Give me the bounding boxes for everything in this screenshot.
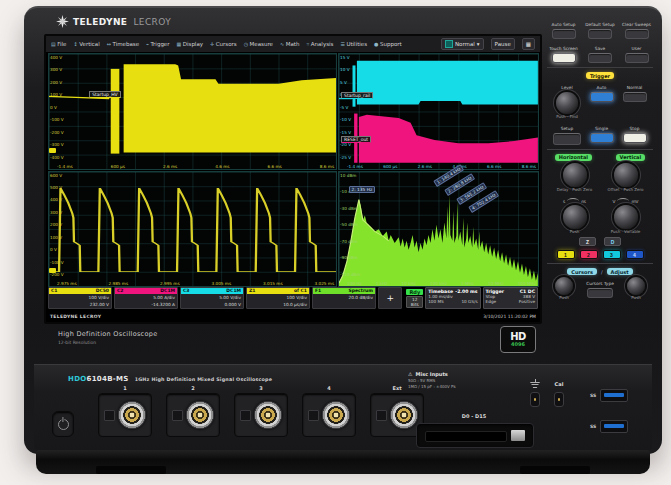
probus-connector [308,410,319,421]
product-photo: TELEDYNELECROY ▤File ↕Vertical ↔Timebase… [0,0,671,485]
panel-button-label: Auto Setup [552,18,576,28]
channel-input: 2 [166,385,220,437]
grid-layout-button[interactable]: ▦ [522,38,535,50]
cursors-type-button[interactable] [587,288,613,298]
display-mode-dropdown[interactable]: Normal▾ [441,38,484,50]
menu-item[interactable]: ✛Cursors [210,41,237,47]
panel-divider [547,149,653,150]
trace-descriptor[interactable]: F1Spectrum 20.0 dB/div [312,287,376,309]
trigger-single-button[interactable] [590,133,614,143]
scope-subtitle: 12-bit Resolution [58,340,157,345]
auto-label: Auto [597,81,607,91]
hd4096-label: 4096 [511,342,525,347]
nanoseconds-label: ns [581,199,586,204]
adjust-knob[interactable] [627,277,645,295]
push-caption: Push [631,296,641,301]
channel-button[interactable]: 4 [626,250,644,259]
menu-item[interactable]: ☰Utilities [340,41,367,47]
c1-waveform [49,54,336,169]
quadrant-c1-startup: Startup_HV 400 V300 V200 V100 V0 V-100 V… [48,53,337,170]
menu-item[interactable]: ▤File [51,41,66,47]
timebase-summary[interactable]: Timebase-2.00 ms 1.00 ms/div 100 MS10 GS… [425,287,480,309]
channel-button[interactable]: 2 [580,250,598,259]
pause-label: Pause [495,41,511,47]
waveform-grid-area: Startup_HV 400 V300 V200 V100 V0 V-100 V… [48,53,538,286]
bnc-input-strip: 1 2 [98,385,424,437]
menu-item[interactable]: ∿Math [280,41,299,47]
quadrant-fft-f1: 2: 135 Hz1: 140.4 kHz2: 280.8 kHz3: 565.… [338,171,539,288]
vertical-section-label: Vertical [616,154,646,161]
menu-item[interactable]: ⌁Trigger [146,41,169,47]
panel-button[interactable] [625,29,649,39]
zoom-button[interactable]: Z [579,237,596,246]
volts-label: V [612,199,615,204]
trigger-summary[interactable]: TriggerC1 DC Stop388 V EdgePositive [483,287,538,309]
hd4096-badge: HD 4096 [500,326,536,353]
level-label: Level [561,81,572,91]
push-find-caption: Push - Find [556,115,578,120]
trace-descriptor[interactable]: Z1of C1 100 V/div 10.0 µs/div [246,287,310,309]
trigger-auto-button[interactable] [590,92,614,102]
trace-label-c2[interactable]: RESET_out [341,136,371,143]
menu-item[interactable]: ◷Measure [244,41,273,47]
misc-spec-line2: 1MΩ / 15 pF : ±400V Pk [408,384,456,389]
menu-item[interactable]: ●Support [374,41,402,47]
usb-ports: SS SS [590,389,628,433]
quadrant-c2-c3: Startup_rail RESET_out 15 V10 V5 V0 V-5 … [338,53,539,170]
panel-button-cell: Clear Sweeps [620,18,653,39]
trace-offset: 0.000 V [181,301,243,308]
usb-ss-label: SS [590,424,596,429]
trigger-section-label: Trigger [586,72,614,79]
trace-label-c3[interactable]: Startup_rail [341,92,373,99]
trace-descriptor[interactable]: C1DC50 100 V/div 232.00 V [48,287,112,309]
add-trace-button[interactable]: + [378,287,402,309]
panel-button-label: User [632,42,642,52]
menu-item[interactable]: ▦Display [177,41,204,47]
panel-button-label: Default Setup [585,18,615,28]
panel-button[interactable] [552,29,576,39]
bnc-module [98,393,152,437]
panel-button[interactable] [588,29,612,39]
volts-per-div-knob[interactable] [614,205,638,229]
cal-label: Cal [555,379,564,388]
menu-item-icon: ⌗ [306,41,309,48]
cursors-knob[interactable] [555,277,573,295]
channel-button[interactable]: 1 [557,250,575,259]
trigger-normal-button[interactable] [623,92,647,102]
c1-ground-marker [49,148,56,153]
menu-item-label: Cursors [216,41,237,47]
timebase-samples: 100 MS [428,299,444,304]
panel-button[interactable] [552,53,576,63]
menu-item-label: Analysis [311,41,334,47]
panel-button-cell: Auto Setup [547,18,580,39]
trace-scale: 100 V/div [49,294,111,301]
trace-scale: 100 V/div [247,294,309,301]
digital-button[interactable]: D [604,237,621,246]
quadrant-zoom-z1: 600 V500 V400 V300 V200 V100 V0 V-100 V-… [48,171,337,288]
vertical-offset-knob[interactable] [614,163,638,187]
time-per-div-knob[interactable] [563,205,587,229]
ready-badge: Rdy [406,289,423,295]
chevron-down-icon: ▾ [477,41,480,47]
trigger-setup-button[interactable] [553,133,581,145]
pause-button[interactable]: Pause [491,38,515,50]
probus-connector [104,410,115,421]
trace-label-c1[interactable]: Startup_HV [89,91,120,98]
trigger-stop-button[interactable] [623,133,647,143]
panel-button[interactable] [625,53,649,63]
panel-button-cell: User [620,42,653,63]
push-caption: Push [559,296,569,301]
c2-c3-waveforms [339,54,538,169]
trace-descriptor[interactable]: C3DC1M 5.00 V/div 0.000 V [180,287,244,309]
peak-marker-flag: 2: 135 Hz [349,186,375,193]
power-button[interactable] [52,411,74,437]
trigger-slope: Positive [519,299,535,304]
menu-item[interactable]: ↔Timebase [107,41,139,47]
menu-item[interactable]: ⌗Analysis [306,41,333,48]
trace-descriptor[interactable]: C2DC1M 5.00 A/div -14.3200 A [114,287,178,309]
trigger-level-knob[interactable] [556,92,578,114]
channel-button[interactable]: 3 [603,250,621,259]
menu-item[interactable]: ↕Vertical [73,41,99,47]
panel-button[interactable] [588,53,612,63]
horizontal-delay-knob[interactable] [563,163,587,187]
